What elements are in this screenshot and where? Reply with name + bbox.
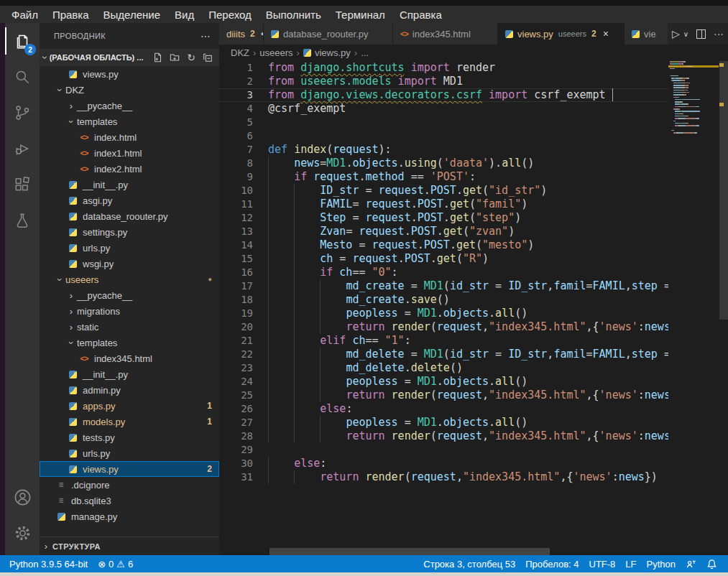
- workspace-section-header[interactable]: › (РАБОЧАЯ ОБЛАСТЬ) ... ↻: [40, 49, 219, 66]
- notifications-bell-icon[interactable]: [701, 559, 722, 570]
- breadcrumb-item[interactable]: views.py: [315, 47, 351, 58]
- code-line[interactable]: 19 peopless = MD1.objects.all(): [219, 307, 668, 320]
- tree-item-asgi.py[interactable]: asgi.py: [40, 192, 219, 208]
- tree-item-index2.html[interactable]: <>index2.html: [40, 161, 219, 177]
- tree-item-database_roouter.py[interactable]: database_roouter.py: [40, 208, 219, 224]
- code-editor[interactable]: 1from django.shortcuts import render2fro…: [219, 61, 668, 484]
- minimap[interactable]: [668, 61, 719, 140]
- testing-icon[interactable]: [5, 203, 40, 238]
- code-line[interactable]: 15 ch = request.POST.get("R"): [219, 252, 668, 266]
- source-control-icon[interactable]: [5, 95, 40, 131]
- run-python-file-icon[interactable]: ▷: [672, 28, 680, 40]
- close-tab-icon[interactable]: ×: [603, 28, 609, 40]
- code-line[interactable]: 7def index(request):: [219, 143, 668, 157]
- python-interpreter-status[interactable]: Python 3.9.5 64-bit: [4, 559, 93, 570]
- new-file-icon[interactable]: [152, 52, 164, 63]
- tree-item-templates[interactable]: ›templates: [40, 113, 219, 129]
- code-line[interactable]: 16 if ch== "0":: [219, 266, 668, 279]
- code-line[interactable]: 21 elif ch== "1":: [219, 334, 668, 348]
- tree-item-__pycache__[interactable]: ›__pycache__: [40, 98, 219, 113]
- code-line[interactable]: 10 ID_str = request.POST.get("id_str"): [219, 184, 668, 198]
- tree-item-index.html[interactable]: <>index.html: [40, 129, 219, 145]
- menu-item[interactable]: Выделение: [96, 9, 167, 21]
- account-icon[interactable]: [5, 479, 40, 515]
- code-line[interactable]: 9 if request.method == 'POST':: [219, 170, 668, 184]
- collapse-all-icon[interactable]: [202, 52, 213, 63]
- code-line[interactable]: 31 return render(request,"index345.html"…: [219, 470, 668, 484]
- code-line[interactable]: 20 return render(request,"index345.html"…: [219, 320, 668, 334]
- code-line[interactable]: 14 Mesto = request.POST.get("mesto"): [219, 238, 668, 252]
- tree-item-settings.py[interactable]: settings.py: [40, 224, 219, 240]
- code-line[interactable]: 27 peopless = MD1.objects.all(): [219, 416, 668, 429]
- tree-item-db.sqlite3[interactable]: ≡db.sqlite3: [40, 493, 219, 508]
- code-line[interactable]: 12 Step = request.POST.get("step"): [219, 211, 668, 225]
- tree-item-manage.py[interactable]: manage.py: [40, 508, 219, 524]
- code-line[interactable]: 28 return render(request,"index345.html"…: [219, 429, 668, 443]
- tree-item-DKZ[interactable]: ›DKZ: [40, 82, 219, 98]
- breadcrumb-item[interactable]: DKZ: [231, 47, 249, 58]
- encoding-status[interactable]: UTF-8: [584, 559, 621, 570]
- menu-item[interactable]: Выполнить: [259, 9, 328, 21]
- extensions-icon[interactable]: [5, 167, 40, 203]
- refresh-icon[interactable]: ↻: [185, 52, 197, 63]
- code-line[interactable]: 11 FAMIL= request.POST.get("famil"): [219, 198, 668, 211]
- tab-views.py[interactable]: views.pyuseeers2×: [498, 23, 625, 45]
- tree-item-apps.py[interactable]: apps.py1: [40, 398, 219, 414]
- menu-item[interactable]: Правка: [45, 9, 96, 21]
- run-dropdown-icon[interactable]: ∨: [683, 30, 688, 38]
- split-editor-icon[interactable]: [696, 29, 706, 39]
- code-line[interactable]: 22 md_delete = MD1(id_str = ID_str,famil…: [219, 348, 668, 361]
- tree-item-__init__.py[interactable]: __init__.py: [40, 366, 219, 382]
- tree-item-urls.py[interactable]: urls.py: [40, 445, 219, 461]
- tab-database_roouter.py[interactable]: database_roouter.py: [264, 23, 393, 45]
- code-line[interactable]: 8 news=MD1.objects.using('daata').all(): [219, 157, 668, 170]
- vertical-scrollbar[interactable]: [719, 61, 728, 320]
- code-line[interactable]: 2from useeers.models import MD1: [219, 75, 668, 88]
- tree-item-__init__.py[interactable]: __init__.py: [40, 177, 219, 192]
- menu-item[interactable]: Справка: [392, 9, 449, 21]
- problems-status[interactable]: ⊗ 0 ⚠ 6: [93, 559, 138, 570]
- code-line[interactable]: 24 peopless = MD1.objects.all(): [219, 375, 668, 389]
- settings-gear-icon[interactable]: [5, 515, 40, 551]
- tree-item-views.py[interactable]: views.py: [40, 66, 219, 82]
- code-line[interactable]: 5: [219, 116, 668, 129]
- outline-section-header[interactable]: › СТРУКТУРА: [40, 536, 219, 555]
- tree-item-templates[interactable]: ›templates: [40, 335, 219, 350]
- code-line[interactable]: 4@csrf_exempt: [219, 102, 668, 116]
- tree-item-tests.py[interactable]: tests.py: [40, 429, 219, 445]
- breadcrumb[interactable]: DKZ›useeers›views.py›...: [219, 45, 728, 60]
- code-line[interactable]: 3from django.views.decorators.csrf impor…: [219, 88, 668, 102]
- tab-index345.html[interactable]: <>index345.html: [393, 23, 498, 45]
- tree-item-.dcignore[interactable]: ≡.dcignore: [40, 477, 219, 493]
- cursor-position-status[interactable]: Строка 3, столбец 53: [418, 559, 520, 570]
- run-debug-icon[interactable]: [5, 131, 40, 167]
- tree-item-static[interactable]: ›static: [40, 319, 219, 335]
- language-mode-status[interactable]: Python: [642, 559, 681, 570]
- eol-status[interactable]: LF: [620, 559, 641, 570]
- code-line[interactable]: 26 else:: [219, 402, 668, 416]
- tree-item-admin.py[interactable]: admin.py: [40, 382, 219, 398]
- tab-diiits[interactable]: diiits2●: [219, 23, 264, 45]
- code-line[interactable]: 17 md_create = MD1(id_str = ID_str,famil…: [219, 279, 668, 293]
- indentation-status[interactable]: Пробелов: 4: [520, 559, 584, 570]
- code-line[interactable]: 1from django.shortcuts import render: [219, 61, 668, 75]
- code-line[interactable]: 6: [219, 129, 668, 143]
- tree-item-urls.py[interactable]: urls.py: [40, 240, 219, 256]
- explorer-icon[interactable]: 2: [5, 23, 40, 59]
- more-actions-icon[interactable]: ···: [714, 28, 724, 40]
- tree-item-wsgi.py[interactable]: wsgi.py: [40, 256, 219, 271]
- tree-item-migrations[interactable]: ›migrations: [40, 303, 219, 319]
- menu-item[interactable]: Терминал: [328, 9, 392, 21]
- code-line[interactable]: 18 md_create.save(): [219, 293, 668, 307]
- code-line[interactable]: 13 Zvan= request.POST.get("zvan"): [219, 225, 668, 238]
- menu-item[interactable]: Переход: [201, 9, 259, 21]
- tree-item-views.py[interactable]: views.py2: [40, 461, 219, 477]
- menu-item[interactable]: Файл: [4, 9, 45, 21]
- tree-item-useeers[interactable]: ›useeers●: [40, 271, 219, 287]
- code-line[interactable]: 29: [219, 443, 668, 457]
- code-line[interactable]: 25 return render(request,"index345.html"…: [219, 389, 668, 402]
- feedback-icon[interactable]: [681, 559, 701, 570]
- search-icon[interactable]: [5, 59, 40, 95]
- code-line[interactable]: 23 md_delete.delete(): [219, 361, 668, 375]
- tree-item-__pycache__[interactable]: ›__pycache__: [40, 287, 219, 303]
